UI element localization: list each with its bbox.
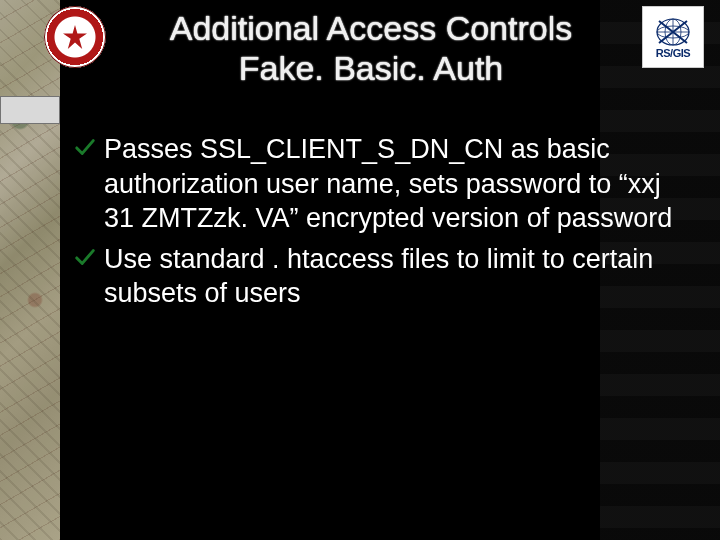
globe-icon [653,15,693,49]
list-item: Passes SSL_CLIENT_S_DN_CN as basic autho… [74,132,680,236]
bullet-text: Use standard . htaccess files to limit t… [104,244,653,309]
list-item: Use standard . htaccess files to limit t… [74,242,680,311]
title-line-1: Additional Access Controls [170,9,573,47]
left-map-decoration [0,0,60,540]
slide-title: Additional Access Controls Fake. Basic. … [112,8,630,88]
checkmark-icon [74,136,96,158]
bullet-list: Passes SSL_CLIENT_S_DN_CN as basic autho… [74,132,680,317]
seal-logo-icon [44,6,106,68]
rsgis-logo-text: RS/GIS [656,47,690,59]
checkmark-icon [74,246,96,268]
title-line-2: Fake. Basic. Auth [239,49,504,87]
bullet-text: Passes SSL_CLIENT_S_DN_CN as basic autho… [104,134,672,233]
rsgis-logo: RS/GIS [642,6,704,68]
